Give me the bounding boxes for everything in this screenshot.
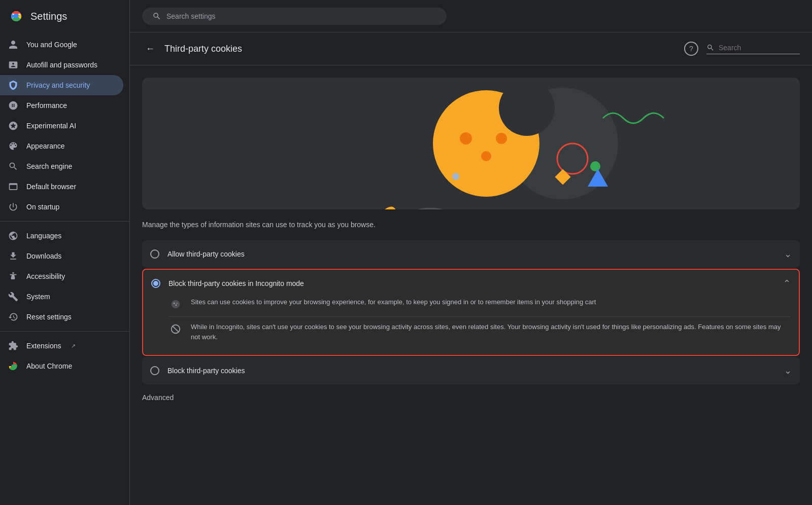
sidebar-item-autofill-label: Autofill and passwords — [26, 61, 97, 69]
option-block-incognito[interactable]: Block third-party cookies in Incognito m… — [142, 269, 800, 356]
accessibility-icon — [8, 271, 18, 281]
sidebar-item-performance-label: Performance — [26, 101, 67, 110]
option-block-incognito-main: Block third-party cookies in Incognito m… — [151, 278, 791, 289]
sidebar-item-default-browser[interactable]: Default browser — [0, 176, 123, 197]
sidebar-item-search-engine[interactable]: Search engine — [0, 156, 123, 176]
svg-point-9 — [460, 132, 472, 145]
advanced-section: Advanced — [130, 385, 812, 410]
help-button[interactable]: ? — [684, 42, 698, 56]
extension-icon — [8, 341, 18, 351]
badge-icon — [8, 60, 18, 70]
sidebar-item-reset-settings-label: Reset settings — [26, 313, 72, 321]
radio-allow[interactable] — [150, 249, 159, 259]
panel-search-icon — [706, 44, 715, 52]
top-bar — [130, 0, 812, 32]
expanded-text-2: While in Incognito, sites can't use your… — [191, 322, 791, 342]
cookie-svg — [142, 78, 800, 209]
option-allow-label: Allow third-party cookies — [167, 250, 776, 258]
sidebar-item-appearance-label: Appearance — [26, 142, 65, 150]
sidebar-item-accessibility-label: Accessibility — [26, 272, 65, 280]
sidebar-item-appearance[interactable]: Appearance — [0, 136, 123, 156]
search-bar[interactable] — [142, 8, 447, 25]
sidebar-item-privacy[interactable]: Privacy and security — [0, 75, 123, 95]
sidebar-item-languages-label: Languages — [26, 232, 61, 240]
sidebar-item-default-browser-label: Default browser — [26, 183, 76, 191]
block-detail-icon — [168, 322, 183, 336]
sidebar: Settings You and Google Autofill and pas… — [0, 0, 130, 505]
star-icon — [8, 121, 18, 131]
shield-icon — [8, 80, 18, 90]
option-block-incognito-label: Block third-party cookies in Incognito m… — [168, 279, 775, 287]
option-block-all-label: Block third-party cookies — [167, 367, 776, 375]
panel-header-right: ? — [684, 42, 800, 56]
panel-search[interactable] — [706, 44, 800, 54]
svg-line-25 — [173, 326, 179, 333]
help-icon: ? — [689, 45, 693, 53]
svg-point-21 — [174, 303, 175, 304]
sidebar-item-about-chrome[interactable]: About Chrome — [0, 356, 123, 376]
sidebar-item-autofill[interactable]: Autofill and passwords — [0, 55, 123, 75]
sidebar-item-performance[interactable]: Performance — [0, 95, 123, 116]
external-link-icon: ↗ — [71, 343, 76, 349]
svg-point-3 — [12, 272, 14, 274]
expanded-text-1: Sites can use cookies to improve your br… — [191, 297, 596, 311]
expanded-content: Sites can use cookies to improve your br… — [151, 297, 791, 347]
sidebar-item-you-google-label: You and Google — [26, 41, 77, 49]
svg-point-13 — [590, 161, 600, 171]
person-icon — [8, 40, 18, 50]
sidebar-nav: You and Google Autofill and passwords Pr… — [0, 32, 129, 505]
search-bar-icon — [152, 12, 161, 21]
palette-icon — [8, 141, 18, 151]
back-button[interactable]: ← — [142, 41, 158, 57]
nav-divider-2 — [0, 331, 129, 332]
radio-block-all[interactable] — [150, 366, 159, 375]
svg-point-17 — [408, 208, 453, 209]
radio-block-incognito[interactable] — [151, 279, 160, 288]
sidebar-item-accessibility[interactable]: Accessibility — [0, 266, 123, 286]
panel-search-input[interactable] — [719, 44, 800, 52]
expanded-item-1: Sites can use cookies to improve your br… — [168, 297, 791, 316]
cookie-detail-icon — [168, 297, 183, 311]
sidebar-item-downloads[interactable]: Downloads — [0, 246, 123, 266]
nav-divider-1 — [0, 221, 129, 222]
sidebar-item-about-chrome-label: About Chrome — [26, 362, 72, 370]
sidebar-item-languages[interactable]: Languages — [0, 226, 123, 246]
chevron-up-icon: ⌃ — [783, 278, 791, 289]
option-block-all-main: Block third-party cookies ⌄ — [150, 365, 792, 376]
download-icon — [8, 251, 18, 261]
sidebar-item-system[interactable]: System — [0, 286, 123, 307]
sidebar-item-experimental-ai[interactable]: Experimental AI — [0, 116, 123, 136]
search-settings-input[interactable] — [166, 12, 436, 20]
app-title: Settings — [30, 11, 67, 22]
sidebar-item-extensions-label: Extensions — [26, 342, 61, 350]
sidebar-item-on-startup[interactable]: On startup — [0, 197, 123, 217]
option-allow-main: Allow third-party cookies ⌄ — [150, 248, 792, 260]
speed-icon — [8, 100, 18, 111]
chrome-icon — [8, 361, 18, 371]
panel-title: Third-party cookies — [164, 44, 242, 54]
sidebar-item-search-engine-label: Search engine — [26, 162, 72, 170]
sidebar-item-extensions[interactable]: Extensions ↗ — [0, 336, 123, 356]
power-icon — [8, 202, 18, 212]
search-icon — [8, 161, 18, 171]
option-block-all[interactable]: Block third-party cookies ⌄ — [142, 357, 800, 384]
svg-point-23 — [177, 303, 178, 304]
expanded-item-2: While in Incognito, sites can't use your… — [168, 316, 791, 347]
svg-point-2 — [14, 14, 18, 18]
svg-point-8 — [499, 80, 555, 136]
option-allow-cookies[interactable]: Allow third-party cookies ⌄ — [142, 240, 800, 268]
sidebar-item-system-label: System — [26, 293, 50, 301]
svg-point-11 — [496, 133, 507, 144]
svg-point-10 — [481, 151, 491, 161]
sidebar-item-you-google[interactable]: You and Google — [0, 34, 123, 55]
chevron-down-2-icon: ⌄ — [784, 365, 792, 376]
svg-point-22 — [176, 304, 177, 306]
sidebar-item-reset-settings[interactable]: Reset settings — [0, 307, 123, 327]
browser-icon — [8, 182, 18, 192]
sidebar-header: Settings — [0, 0, 129, 32]
chevron-down-icon: ⌄ — [784, 248, 792, 260]
chrome-logo-icon — [8, 8, 24, 24]
sidebar-item-privacy-label: Privacy and security — [26, 81, 90, 89]
content-panel: ← Third-party cookies ? — [130, 32, 812, 505]
description-text: Manage the types of information sites ca… — [130, 209, 812, 240]
